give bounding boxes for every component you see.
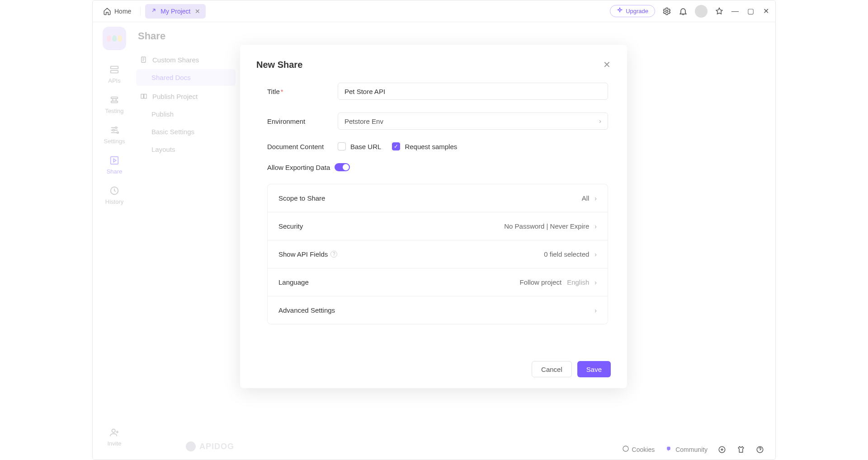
setting-security[interactable]: Security No Password | Never Expire › <box>268 212 608 240</box>
setting-show-fields[interactable]: Show API Fields ? 0 field selected › <box>268 240 608 268</box>
checkbox-request-samples[interactable]: ✓ Request samples <box>392 142 457 150</box>
checkbox-checked-icon: ✓ <box>392 142 400 150</box>
setting-value: No Password | Never Expire <box>504 222 589 230</box>
setting-label: Show API Fields ? <box>278 250 337 258</box>
tab-project-label: My Project <box>160 8 190 15</box>
modal-close-button[interactable]: ✕ <box>603 59 611 70</box>
gear-icon[interactable] <box>662 7 671 16</box>
community-icon <box>665 445 673 454</box>
setting-value-secondary: English <box>567 278 589 286</box>
allow-export-toggle[interactable] <box>335 163 350 171</box>
paw-icon <box>186 441 196 451</box>
sparkle-icon <box>617 7 623 15</box>
upgrade-label: Upgrade <box>626 8 648 14</box>
environment-value: Petstore Env <box>344 117 383 125</box>
add-circle-icon[interactable] <box>717 445 726 454</box>
svg-point-12 <box>623 446 628 451</box>
minimize-button[interactable]: — <box>731 7 739 15</box>
cookie-icon <box>622 445 629 454</box>
maximize-button[interactable]: ▢ <box>746 7 755 15</box>
checkbox-base-url[interactable]: Base URL <box>338 142 381 150</box>
tab-close-icon[interactable]: ✕ <box>195 8 200 15</box>
chevron-right-icon: › <box>594 195 597 202</box>
chevron-right-icon: › <box>594 251 597 258</box>
chevron-right-icon: › <box>594 279 597 286</box>
checkbox-icon <box>338 142 346 150</box>
setting-label: Language <box>278 278 309 286</box>
status-community[interactable]: Community <box>665 445 708 454</box>
setting-value: All <box>582 194 590 202</box>
environment-select[interactable]: Petstore Env › <box>338 113 608 130</box>
upgrade-button[interactable]: Upgrade <box>610 5 655 17</box>
svg-point-0 <box>666 10 668 12</box>
chevron-right-icon: › <box>594 307 597 314</box>
setting-advanced[interactable]: Advanced Settings › <box>268 296 608 324</box>
tab-project[interactable]: My Project ✕ <box>145 4 206 19</box>
help-icon[interactable] <box>755 445 764 454</box>
setting-value: 0 field selected <box>544 250 589 258</box>
setting-value: Follow project <box>520 278 562 286</box>
title-label: Title* <box>267 88 338 95</box>
environment-label: Environment <box>267 117 338 125</box>
doc-content-label: Document Content <box>267 143 338 150</box>
status-bar: Cookies Community <box>622 445 764 454</box>
checkbox-label: Base URL <box>350 143 381 150</box>
new-share-modal: New Share ✕ Title* Environment Petstore … <box>240 45 627 388</box>
setting-language[interactable]: Language Follow project English › <box>268 268 608 296</box>
external-link-icon <box>151 7 157 15</box>
bell-icon[interactable] <box>679 7 688 16</box>
settings-card: Scope to Share All › Security No Passwor… <box>267 184 608 324</box>
pin-icon[interactable] <box>715 7 724 16</box>
chevron-right-icon: › <box>594 223 597 230</box>
setting-label: Advanced Settings <box>278 306 335 314</box>
checkbox-label: Request samples <box>405 143 457 150</box>
setting-label: Scope to Share <box>278 194 325 202</box>
save-button[interactable]: Save <box>577 361 611 377</box>
cancel-button[interactable]: Cancel <box>532 361 572 377</box>
shirt-icon[interactable] <box>736 445 745 454</box>
allow-export-label: Allow Exporting Data <box>267 164 330 171</box>
avatar[interactable] <box>695 5 708 18</box>
help-icon: ? <box>330 251 337 258</box>
title-input[interactable] <box>338 83 608 100</box>
modal-title: New Share <box>256 60 302 70</box>
close-window-button[interactable]: ✕ <box>762 7 770 15</box>
setting-label: Security <box>278 222 303 230</box>
chevron-right-icon: › <box>599 117 601 125</box>
status-cookies[interactable]: Cookies <box>622 445 655 454</box>
titlebar: Home My Project ✕ Upgrade <box>93 0 775 22</box>
tab-home-label: Home <box>114 8 131 15</box>
setting-scope[interactable]: Scope to Share All › <box>268 184 608 212</box>
brand-watermark: APIDOG <box>186 441 234 451</box>
tab-home[interactable]: Home <box>98 4 136 19</box>
home-icon <box>103 7 112 16</box>
